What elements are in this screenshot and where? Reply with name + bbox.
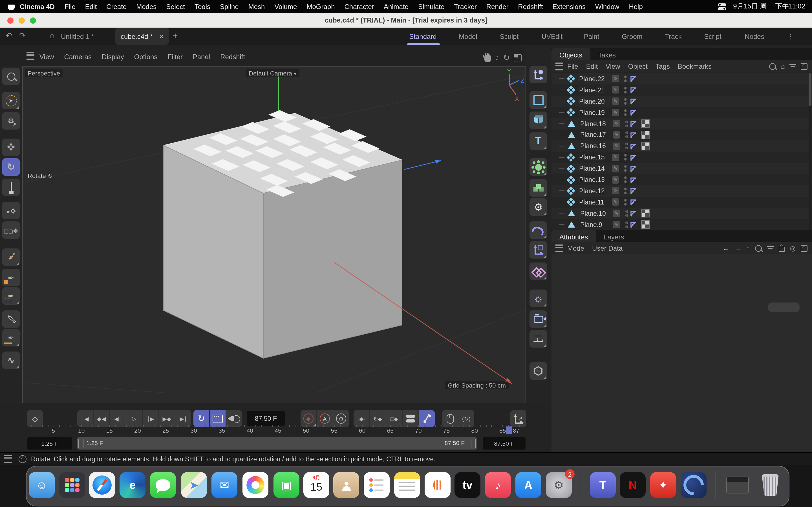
- edit-enable-toggle[interactable]: ✎: [612, 98, 619, 105]
- dock-icon-cinema4d[interactable]: [680, 472, 707, 498]
- pan-hand-icon[interactable]: [485, 55, 492, 62]
- object-row-plane-13[interactable]: Plane.13 ✎ ✓: [552, 174, 809, 185]
- edit-enable-toggle[interactable]: ✎: [612, 176, 619, 183]
- key-parameter-button[interactable]: [402, 410, 418, 427]
- attr-menu-mode[interactable]: Mode: [567, 244, 584, 252]
- edit-enable-toggle[interactable]: ✎: [612, 87, 619, 94]
- object-row-plane-14[interactable]: Plane.14 ✎ ✓: [552, 163, 809, 174]
- menu-item-tools[interactable]: Tools: [195, 3, 210, 10]
- new-tab-icon[interactable]: +: [172, 31, 178, 41]
- viewport-menu-view[interactable]: View: [40, 53, 54, 61]
- autokey-button[interactable]: A: [316, 410, 333, 427]
- texture-tag-icon[interactable]: [641, 209, 650, 217]
- apple-menu-icon[interactable]: [8, 3, 15, 10]
- edit-enable-toggle[interactable]: ✎: [612, 165, 619, 172]
- texture-tag-icon[interactable]: [641, 142, 650, 151]
- menu-item-select[interactable]: Select: [166, 3, 185, 10]
- filter-icon[interactable]: [767, 245, 773, 251]
- visibility-dots[interactable]: [624, 165, 627, 172]
- object-list-scrollbar[interactable]: [809, 73, 811, 230]
- visibility-dots[interactable]: [624, 154, 627, 161]
- dock-icon-messages[interactable]: [150, 472, 176, 498]
- timeline-window-button[interactable]: ▶▲↗: [510, 410, 526, 427]
- jump-end-button[interactable]: ▶∣: [175, 410, 191, 427]
- menu-item-volume[interactable]: Volume: [274, 3, 297, 10]
- om-menu-file[interactable]: File: [567, 62, 578, 70]
- layout-tab-uvedit[interactable]: UVEdit: [542, 27, 563, 45]
- object-name[interactable]: Plane.19: [579, 109, 608, 116]
- dock-icon-photos[interactable]: [243, 472, 268, 498]
- object-name[interactable]: Plane.11: [579, 199, 608, 206]
- object-name[interactable]: Plane.21: [579, 87, 608, 94]
- viewport-hamburger-icon[interactable]: [27, 52, 35, 60]
- doc-tab-untitled[interactable]: Untitled 1 *: [61, 27, 94, 45]
- object-name[interactable]: Plane.13: [579, 176, 608, 183]
- layout-tab-paint[interactable]: Paint: [584, 27, 599, 45]
- close-window-button[interactable]: [7, 17, 13, 24]
- field-object-button[interactable]: ▶▲: [529, 241, 547, 259]
- object-name[interactable]: Plane.10: [580, 210, 610, 217]
- object-name[interactable]: Plane.9: [580, 221, 610, 228]
- object-row-plane-11[interactable]: Plane.11 ✎ ✓: [552, 196, 809, 208]
- phong-tag-icon[interactable]: [629, 131, 637, 138]
- object-row-plane-9[interactable]: Plane.9 ✎: [552, 219, 809, 230]
- om-menu-view[interactable]: View: [606, 62, 620, 70]
- dock-icon-calendar[interactable]: 9月15: [303, 472, 329, 498]
- volume-builder-button[interactable]: [529, 179, 547, 196]
- layout-overflow-menu[interactable]: ⋮: [787, 27, 794, 45]
- visibility-dots[interactable]: [624, 199, 627, 206]
- object-name[interactable]: Plane.14: [579, 165, 608, 172]
- attr-menu-user-data[interactable]: User Data: [592, 244, 622, 252]
- object-manager-hamburger-icon[interactable]: [555, 62, 563, 70]
- menu-item-extensions[interactable]: Extensions: [553, 3, 586, 10]
- camera-label[interactable]: Default Camera ▾: [246, 69, 299, 77]
- key-scale-button[interactable]: □◆: [386, 410, 402, 427]
- edit-enable-toggle[interactable]: ✎: [613, 143, 620, 150]
- zoom-window-button[interactable]: [30, 17, 36, 24]
- dock-icon-contacts[interactable]: [333, 472, 359, 498]
- phong-tag-icon[interactable]: [629, 109, 637, 116]
- edit-enable-toggle[interactable]: ✎: [613, 210, 620, 217]
- spline-pen-button[interactable]: ✒● ●: [2, 248, 20, 266]
- dock-icon-app-store[interactable]: A: [515, 472, 541, 498]
- edit-enable-toggle[interactable]: ✎: [613, 120, 620, 127]
- edit-enable-toggle[interactable]: ✎: [613, 221, 620, 228]
- previous-key-button[interactable]: ◆◀: [93, 410, 109, 427]
- layout-tab-sculpt[interactable]: Sculpt: [500, 27, 519, 45]
- object-name[interactable]: Plane.18: [580, 120, 610, 127]
- menu-item-redshift[interactable]: Redshift: [518, 3, 543, 10]
- preview-range-track[interactable]: 1.25 F 87.50 F: [77, 437, 477, 450]
- doc-tab-cube[interactable]: cube.c4d * ×: [115, 27, 169, 45]
- object-name[interactable]: Plane.15: [579, 154, 608, 161]
- viewport-menu-options[interactable]: Options: [134, 53, 158, 61]
- object-name[interactable]: Plane.16: [580, 143, 610, 150]
- play-button[interactable]: ▷: [126, 410, 142, 427]
- om-menu-edit[interactable]: Edit: [586, 62, 598, 70]
- layout-tab-standard[interactable]: Standard: [409, 27, 437, 45]
- cam-keyframe-button[interactable]: (↻): [458, 410, 474, 427]
- jump-start-button[interactable]: ∣◀: [77, 410, 93, 427]
- polygon-pen-button[interactable]: ✒: [2, 269, 20, 286]
- viewport-menu-panel[interactable]: Panel: [193, 53, 210, 61]
- menu-item-mograph[interactable]: MoGraph: [306, 3, 335, 10]
- phong-tag-icon[interactable]: [629, 165, 637, 172]
- texture-tag-icon[interactable]: [641, 119, 650, 128]
- menu-item-create[interactable]: Create: [106, 3, 126, 10]
- paint-brush-button[interactable]: 🖉: [2, 311, 20, 328]
- tool-settings-button[interactable]: ⚙➤: [2, 112, 20, 129]
- object-row-plane-12[interactable]: Plane.12 ✎ ✓: [552, 185, 809, 196]
- om-menu-tags[interactable]: Tags: [656, 62, 670, 70]
- dock-icon-apple-tv[interactable]: tv: [455, 472, 480, 498]
- deformer-gear-button[interactable]: ⚙: [529, 198, 547, 216]
- visibility-dots[interactable]: [624, 187, 627, 194]
- camera-object-button[interactable]: [529, 311, 547, 328]
- dolly-icon[interactable]: ↕: [495, 53, 499, 62]
- loop-playback-button[interactable]: ↻: [193, 410, 209, 427]
- viewport-menu-cameras[interactable]: Cameras: [64, 53, 92, 61]
- object-row-plane-16[interactable]: Plane.16 ✎: [552, 140, 809, 152]
- layout-tab-nodes[interactable]: Nodes: [745, 27, 764, 45]
- play-sound-button[interactable]: [225, 410, 242, 427]
- viewport-menu-filter[interactable]: Filter: [167, 53, 183, 61]
- visibility-dots[interactable]: [624, 87, 627, 94]
- record-keyframe-button[interactable]: ◆: [301, 410, 316, 427]
